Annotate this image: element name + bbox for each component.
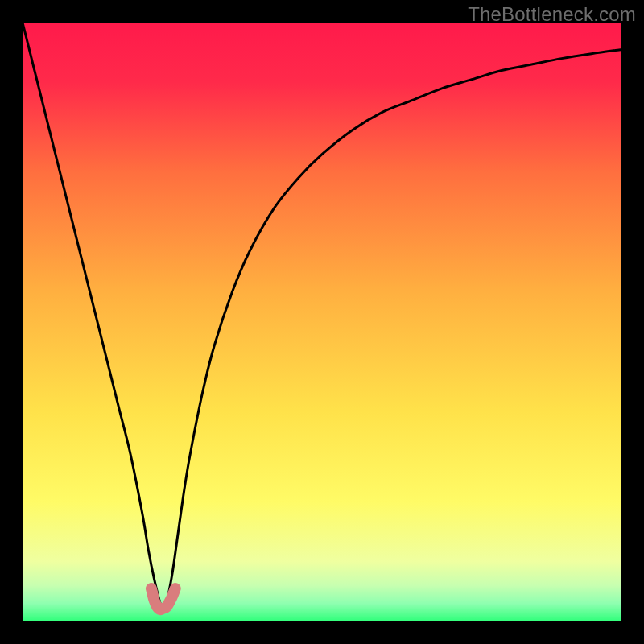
chart-svg [23,23,621,621]
chart-frame [23,23,621,621]
bottleneck-curve [23,23,621,609]
optimal-range-highlight [151,588,175,609]
